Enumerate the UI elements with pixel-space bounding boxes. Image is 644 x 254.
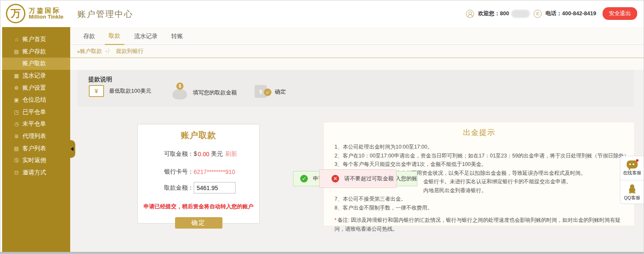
error-toast: ✕ 请不要超过可取金额 [319, 169, 397, 188]
withdraw-card: 账户取款 可取金额：$ 0.00 美元 刷新 银行卡号： 6217*******… [137, 124, 260, 224]
tab-deposit[interactable]: 存款 [79, 33, 99, 44]
sidebar-item-open-orders[interactable]: ◷ 未平仓单 [2, 118, 70, 130]
hotline-text: 电话：400-842-8419 [545, 10, 596, 17]
sidebar-item-invite-method[interactable]: ⊡ 邀请方式 [2, 167, 70, 179]
rebate-icon: Ⓢ [13, 157, 20, 164]
available-value: 0.00 [198, 151, 209, 157]
settings-icon: ⚙ [13, 85, 20, 91]
cash-icon: ¥ [89, 85, 104, 97]
brand-name-en: Million Tinkle [29, 14, 63, 20]
clients-icon: ▤ [13, 146, 20, 152]
step-fill-amount: $ 填写您的取款金额 [173, 85, 237, 100]
success-check-icon: ✓ [300, 175, 308, 182]
collapse-arrow-icon [71, 147, 74, 151]
piggy-bank-icon: $ [173, 85, 188, 100]
welcome-text: 欢迎您：800 [478, 10, 509, 17]
tip-line: 8、客户出金不限制手数，一律不收费用。 [334, 204, 624, 213]
error-toast-text: 请不要超过可取金额 [344, 175, 394, 182]
header: 万 万鋆国际 Million Tinkle 账户管理中心 欢迎您：800 ✆ 电… [0, 0, 644, 27]
breadcrumb-current[interactable]: 提款到银行 [116, 47, 144, 55]
withdraw-instructions: 提款说明 ¥ 最低取款100美元 $ 填写您的取款金额 $ ✓ 确定 [77, 70, 634, 107]
breadcrumb: » 账户取款 -〉 提款到银行 [70, 45, 644, 58]
breadcrumb-arrow-icon: » [77, 48, 80, 55]
error-x-icon: ✕ [332, 175, 339, 182]
sidebar-item-closed-orders[interactable]: ◳ 已平仓单 [2, 106, 70, 119]
sidebar-item-realtime-rebate[interactable]: Ⓢ 实时返佣 [2, 155, 70, 167]
tips-title: 出金提示 [334, 127, 624, 138]
phone-icon: ✆ [534, 10, 542, 18]
submitted-message: 申请已经提交，稍后资金将自动转入您的账户 [138, 203, 259, 210]
online-service-button[interactable]: 在线客服 [620, 156, 644, 180]
sidebar-item-withdraw[interactable]: 账户取款 [2, 58, 70, 70]
logo-mark-icon: 万 [6, 4, 25, 23]
breadcrumb-section[interactable]: 账户取款 [80, 47, 102, 55]
refresh-link[interactable]: 刷新 [225, 150, 237, 158]
bottom-scrollbar[interactable] [0, 252, 644, 254]
withdraw-card-title: 账户取款 [138, 130, 259, 141]
logout-button[interactable]: 安全退出 [603, 7, 637, 20]
bank-card-label: 银行卡号： [164, 168, 194, 176]
currency-unit: 美元 [211, 150, 223, 158]
tab-withdraw[interactable]: 取款 [105, 32, 124, 45]
sidebar-item-position-summary[interactable]: ▣ 仓位总结 [2, 94, 70, 106]
open-orders-icon: ◷ [13, 121, 20, 127]
available-label: 可取金额：$ [164, 150, 197, 158]
chat-bubble-icon [627, 160, 638, 168]
sidebar: ⌂ 账户首页 ▤ 账户存款 账户取款 ▦ 流水记录 ⚙ 账户设置 ▣ 仓位总结 … [2, 27, 70, 252]
main-content: 存款 取款 流水记录 转账 » 账户取款 -〉 提款到银行 提款说明 ¥ 最低取… [70, 27, 644, 252]
instructions-title: 提款说明 [88, 76, 112, 83]
closed-orders-icon: ◳ [13, 109, 20, 115]
customer-service-widget: 在线客服 QQ客服 [620, 156, 644, 204]
qq-service-button[interactable]: QQ客服 [620, 180, 644, 204]
sidebar-item-client-list[interactable]: ▤ 客户列表 [2, 142, 70, 155]
tip-line: 3、每个客户每天只能提交出金申请1次，金额不能低于100美金。 [334, 160, 624, 169]
sidebar-item-account-home[interactable]: ⌂ 账户首页 [2, 33, 70, 46]
sidebar-collapse-handle[interactable] [70, 140, 75, 158]
bank-card-number: 6217********910 [194, 168, 235, 175]
tips-note: *备注: 因涉及跨境银行和国内银行的汇款情况，银行与银行之间的处理速度也会影响到… [334, 216, 624, 234]
step-minimum-amount: ¥ 最低取款100美元 [89, 85, 151, 97]
confirm-button[interactable]: 确定 [175, 217, 222, 229]
positions-icon: ▣ [13, 97, 20, 103]
step-confirm: $ ✓ 确定 [255, 85, 286, 99]
brand-logo[interactable]: 万 万鋆国际 Million Tinkle [6, 4, 63, 23]
tab-transfer[interactable]: 转账 [167, 33, 187, 44]
tip-line: 1、本公司处理出金时间为10:00至17:00。 [334, 143, 624, 152]
tab-records[interactable]: 流水记录 [130, 33, 162, 44]
amount-input[interactable] [194, 182, 236, 193]
note-asterisk: * [334, 217, 337, 223]
sidebar-item-deposit[interactable]: ▤ 账户存款 [2, 46, 70, 58]
home-icon: ⌂ [13, 36, 20, 42]
invite-icon: ⊡ [13, 170, 20, 176]
breadcrumb-separator: -〉 [105, 47, 112, 55]
account-number-redacted [511, 10, 530, 18]
agents-icon: ≣ [13, 133, 20, 139]
sidebar-item-transaction-records[interactable]: ▦ 流水记录 [2, 70, 70, 82]
tip-line: 2、客户在10：00至17:00申请出金，资金当日即可到账；如在17：01至23… [334, 152, 624, 160]
amount-label: 取款金额： [164, 184, 194, 192]
coin-icon: $ [176, 83, 184, 90]
sidebar-item-account-settings[interactable]: ⚙ 账户设置 [2, 82, 70, 94]
confirm-step-icon: $ ✓ [255, 85, 270, 99]
page-title: 账户管理中心 [77, 8, 133, 20]
records-icon: ▦ [13, 73, 20, 79]
notification-dot [636, 159, 639, 162]
deposit-icon: ▤ [13, 49, 20, 55]
qq-penguin-icon [627, 183, 637, 193]
sidebar-item-agent-list[interactable]: ≣ 代理列表 [2, 130, 70, 143]
brand-name-cn: 万鋆国际 [29, 7, 63, 14]
tab-bar: 存款 取款 流水记录 转账 [70, 27, 644, 45]
tip-line: 7、本公司不接受第三者出金。 [334, 195, 624, 204]
user-icon [466, 10, 474, 18]
check-icon: ✓ [264, 88, 271, 96]
